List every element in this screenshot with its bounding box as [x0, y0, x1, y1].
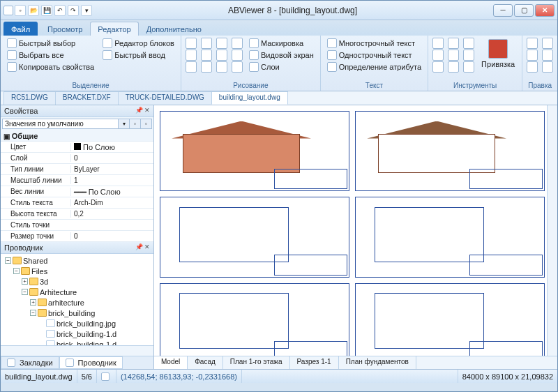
mtab-facade[interactable]: Фасад: [188, 356, 223, 369]
viewport-button[interactable]: Видовой экран: [247, 50, 316, 61]
qat-redo-icon[interactable]: ↷: [68, 5, 79, 16]
rect-icon[interactable]: [216, 38, 227, 49]
combo-btn2[interactable]: ▫: [130, 119, 141, 129]
vertical-scrollbar[interactable]: [547, 105, 557, 369]
block-editor-button[interactable]: Редактор блоков: [100, 38, 176, 49]
close-panel-icon[interactable]: ✕: [144, 243, 150, 252]
combo-btn3[interactable]: ▫: [141, 119, 152, 129]
image-icon[interactable]: [232, 61, 243, 73]
qat-open-icon[interactable]: 📂: [28, 5, 39, 16]
doctab-building[interactable]: building_layout.dwg: [211, 91, 288, 105]
mtab-found[interactable]: План фундаментов: [339, 356, 416, 369]
qat-undo-icon[interactable]: ↶: [54, 5, 66, 16]
snap-button[interactable]: Привязка: [478, 38, 518, 81]
stext-button[interactable]: Однострочный текст: [325, 50, 423, 61]
pencil-icon[interactable]: [201, 61, 212, 73]
paste-icon[interactable]: [527, 61, 538, 73]
tree-files[interactable]: −Files: [1, 266, 153, 276]
find-icon[interactable]: [542, 61, 553, 73]
explode-icon[interactable]: [463, 50, 474, 61]
prop-theight[interactable]: Высота текста0,2: [1, 209, 153, 220]
mirror-icon[interactable]: [448, 38, 459, 49]
tree-shared[interactable]: −Shared: [1, 255, 153, 266]
copy-props-button[interactable]: Копировать свойства: [5, 61, 96, 73]
mtab-model[interactable]: Model: [154, 356, 188, 369]
drawing-canvas[interactable]: Model Фасад План 1-го этажа Разрез 1-1 П…: [154, 105, 557, 369]
fillet-icon[interactable]: [463, 61, 474, 73]
poly-icon[interactable]: [216, 50, 227, 61]
prop-color[interactable]: ЦветПо Слою: [1, 142, 153, 153]
maximize-button[interactable]: ▢: [514, 4, 534, 17]
qat-new-icon[interactable]: ▫: [15, 5, 26, 16]
prop-ltype[interactable]: Тип линииByLayer: [1, 164, 153, 175]
layers-button[interactable]: Слои: [247, 61, 316, 73]
tree-arh1[interactable]: −Arhitecture: [1, 287, 153, 297]
arc-icon[interactable]: [201, 38, 212, 49]
quick-select-button[interactable]: Быстрый выбор: [5, 38, 96, 49]
mtab-sec11[interactable]: Разрез 1-1: [290, 356, 339, 369]
scale-icon[interactable]: [432, 61, 444, 73]
mtab-plan1[interactable]: План 1-го этажа: [223, 356, 290, 369]
point-icon[interactable]: [186, 61, 197, 73]
tree-file[interactable]: brick_building-1.d: [1, 329, 153, 339]
line-icon[interactable]: [186, 38, 197, 49]
file-tree: −Shared −Files +3d −Arhitecture +arhitec…: [1, 254, 153, 345]
tree-arh2[interactable]: +arhitecture: [1, 297, 153, 308]
tree-file[interactable]: brick_building-1.d: [1, 339, 153, 345]
minimize-button[interactable]: ─: [493, 4, 513, 17]
rotate-icon[interactable]: [432, 50, 444, 61]
select-all-button[interactable]: Выбрать все: [5, 50, 96, 61]
tab-editor[interactable]: Редактор: [90, 22, 138, 36]
ellipse-icon[interactable]: [201, 50, 212, 61]
masking-button[interactable]: Маскировка: [247, 38, 316, 49]
attdef-button[interactable]: Определение атрибута: [325, 61, 423, 73]
qat-save-icon[interactable]: 💾: [41, 5, 52, 16]
tree-3d[interactable]: +3d: [1, 276, 153, 287]
qat-more-icon[interactable]: ▾: [81, 5, 92, 16]
tree-bb[interactable]: −brick_building: [1, 308, 153, 318]
status-page: 5/6: [77, 370, 97, 383]
close-panel-icon[interactable]: ✕: [144, 107, 150, 115]
quick-input-button[interactable]: Быстрый ввод: [100, 50, 176, 61]
prop-pstyle[interactable]: Стиль точки: [1, 220, 153, 231]
close-button[interactable]: ✕: [535, 4, 555, 17]
delete-icon[interactable]: [542, 50, 553, 61]
spline-icon[interactable]: [232, 38, 243, 49]
doctab-truck[interactable]: TRUCK-DETAILED.DWG: [118, 91, 212, 105]
drawing-sheet: [160, 111, 545, 363]
prop-lweight[interactable]: Вес линии━━━ По Слою: [1, 186, 153, 197]
side-scrollbar[interactable]: [1, 345, 153, 356]
offset-icon[interactable]: [448, 50, 459, 61]
chevron-down-icon[interactable]: ▾: [119, 119, 130, 129]
mtext-button[interactable]: Многострочный текст: [325, 38, 423, 49]
sidetab-bookmarks[interactable]: Закладки: [1, 356, 59, 369]
doctab-rc51[interactable]: RC51.DWG: [3, 91, 56, 105]
status-icon1[interactable]: [97, 370, 116, 383]
circle-icon[interactable]: [186, 50, 197, 61]
hatch-icon[interactable]: [216, 61, 227, 73]
pin-icon[interactable]: 📌: [135, 107, 143, 115]
copy-icon[interactable]: [527, 50, 538, 61]
pin-icon[interactable]: 📌: [135, 243, 143, 252]
paste2-icon[interactable]: [542, 38, 553, 49]
prop-layer[interactable]: Слой0: [1, 153, 153, 164]
defaults-input[interactable]: [2, 119, 119, 129]
cloud-icon[interactable]: [232, 50, 243, 61]
drawing-foundation-2: [355, 283, 545, 363]
move-icon[interactable]: [432, 38, 444, 49]
prop-psize[interactable]: Размер точки0: [1, 231, 153, 242]
defaults-combo[interactable]: ▾▫▫: [2, 119, 152, 129]
tab-file[interactable]: Файл: [3, 22, 38, 36]
tab-extra[interactable]: Дополнительно: [139, 22, 209, 36]
sidetab-explorer[interactable]: Проводник: [59, 356, 123, 369]
bolt-icon: [7, 38, 17, 48]
cut-icon[interactable]: [527, 38, 538, 49]
trim-icon[interactable]: [448, 61, 459, 73]
tree-file[interactable]: brick_building.jpg: [1, 318, 153, 329]
prop-tstyle[interactable]: Стиль текстаArch-Dim: [1, 197, 153, 209]
group-general[interactable]: ▣ Общие: [1, 130, 153, 142]
prop-lscale[interactable]: Масштаб линии1: [1, 175, 153, 186]
doctab-bracket[interactable]: BRACKET.DXF: [55, 91, 119, 105]
extend-icon[interactable]: [463, 38, 474, 49]
tab-view[interactable]: Просмотр: [40, 22, 90, 36]
